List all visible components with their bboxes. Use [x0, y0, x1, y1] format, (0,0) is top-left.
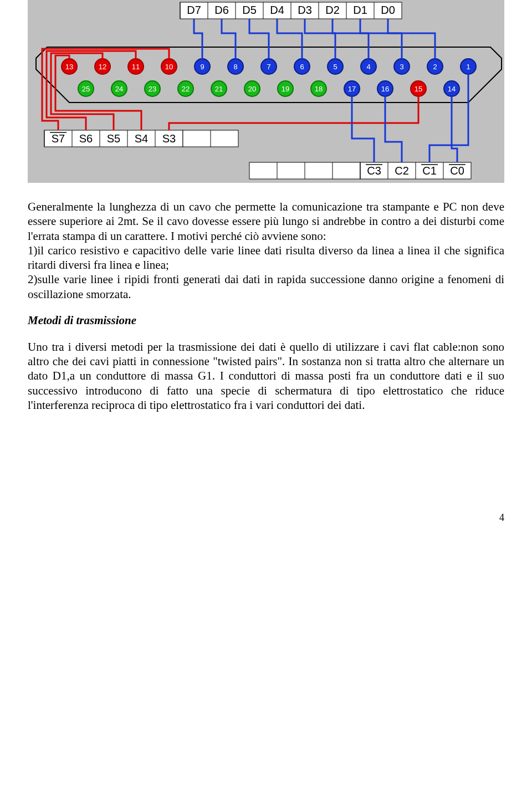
svg-text:D3: D3	[298, 4, 312, 16]
paragraph-intro: Generalmente la lunghezza di un cavo che…	[28, 199, 504, 301]
svg-text:14: 14	[448, 85, 456, 93]
svg-text:D6: D6	[214, 4, 229, 16]
svg-text:15: 15	[415, 85, 422, 93]
svg-text:S6: S6	[79, 132, 93, 145]
svg-text:13: 13	[65, 63, 73, 71]
svg-text:22: 22	[182, 85, 190, 93]
svg-text:S4: S4	[135, 132, 148, 145]
svg-text:S3: S3	[162, 132, 176, 145]
svg-text:5: 5	[333, 63, 337, 71]
svg-text:4: 4	[366, 63, 370, 71]
heading-methods: Metodi di trasmissione	[28, 314, 504, 327]
svg-text:24: 24	[115, 85, 123, 93]
svg-text:20: 20	[248, 85, 256, 93]
svg-text:7: 7	[267, 63, 270, 71]
svg-text:8: 8	[233, 63, 237, 71]
svg-text:D1: D1	[353, 4, 367, 16]
svg-text:D0: D0	[381, 4, 395, 16]
svg-text:3: 3	[400, 63, 403, 71]
svg-text:12: 12	[99, 63, 106, 71]
svg-text:17: 17	[348, 85, 356, 93]
svg-text:21: 21	[215, 85, 223, 93]
svg-text:9: 9	[200, 63, 204, 71]
svg-text:2: 2	[433, 63, 437, 71]
svg-text:S7: S7	[52, 132, 65, 145]
svg-text:S5: S5	[107, 132, 120, 145]
svg-text:19: 19	[282, 85, 289, 93]
svg-text:C1: C1	[422, 165, 437, 177]
svg-text:D4: D4	[270, 4, 284, 16]
svg-text:D5: D5	[242, 4, 257, 16]
svg-text:11: 11	[132, 63, 140, 71]
svg-text:D7: D7	[187, 4, 201, 16]
svg-text:18: 18	[315, 85, 323, 93]
svg-text:D2: D2	[325, 4, 340, 16]
svg-text:1: 1	[466, 63, 470, 71]
page-number: 4	[28, 512, 504, 524]
svg-text:C0: C0	[450, 165, 464, 177]
diagram-svg: 1312111098765432125242322212019181716151…	[28, 0, 504, 183]
svg-text:23: 23	[149, 85, 156, 93]
svg-text:10: 10	[165, 63, 173, 71]
svg-text:16: 16	[381, 85, 389, 93]
svg-text:C2: C2	[395, 165, 409, 177]
svg-text:C3: C3	[367, 165, 381, 177]
parallel-port-diagram: 1312111098765432125242322212019181716151…	[28, 0, 504, 183]
svg-text:25: 25	[82, 85, 90, 93]
paragraph-methods: Uno tra i diversi metodi per la trasmiss…	[28, 340, 504, 412]
svg-text:6: 6	[300, 63, 304, 71]
